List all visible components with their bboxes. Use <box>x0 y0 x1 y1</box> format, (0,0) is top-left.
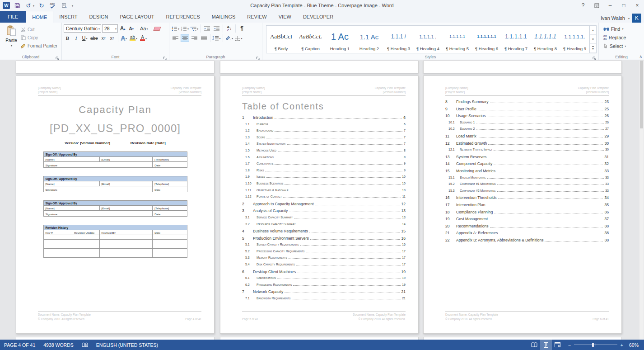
italic-button[interactable]: I <box>72 34 80 42</box>
bold-button[interactable]: B <box>64 34 71 42</box>
toc-entry[interactable]: 18 Compliance Planning 36 <box>445 210 609 217</box>
ribbon-tab[interactable]: HOME <box>26 11 53 23</box>
toc-entry[interactable]: 1.5 Methods Used 8 <box>242 149 406 156</box>
line-spacing-button[interactable]: ▾ <box>212 34 221 42</box>
font-name-combo[interactable]: Century Gothic ▾ <box>64 24 101 33</box>
maximize-icon[interactable]: □ <box>617 0 630 11</box>
redo-icon[interactable]: ↻ <box>37 1 46 9</box>
clear-formatting-button[interactable] <box>153 24 161 33</box>
font-size-dropdown-arrow-icon[interactable]: ▾ <box>114 27 117 30</box>
font-color-button[interactable]: A ▾ <box>139 34 148 42</box>
toc-entry[interactable]: 15.3 Component #2 Monitoring 33 <box>445 189 609 196</box>
user-name[interactable]: Ivan Walsh <box>601 15 625 21</box>
toc-entry[interactable]: 10.1 Scenario 1 26 <box>445 121 609 128</box>
ribbon-tab[interactable]: PAGE LAYOUT <box>114 11 160 23</box>
customize-qat-icon[interactable]: ▾ <box>72 4 73 7</box>
subscript-button[interactable]: x2 <box>100 34 107 42</box>
page-toc-2[interactable]: [Company Name][Project Name] Capacity Pl… <box>423 76 622 334</box>
cut-button[interactable]: Cut <box>21 26 57 33</box>
bullets-button[interactable]: ▾ <box>171 24 180 33</box>
decrease-indent-button[interactable] <box>203 24 211 33</box>
justify-button[interactable] <box>200 34 208 42</box>
font-dialog-launcher-icon[interactable] <box>163 54 168 59</box>
toc-entry[interactable]: 12.1 Network Traffic Impact 30 <box>445 148 609 155</box>
paste-button[interactable]: Paste ▾ <box>2 24 21 53</box>
multilevel-list-button[interactable]: ▾ <box>190 24 199 33</box>
zoom-in-icon[interactable]: + <box>621 342 623 348</box>
style-chip[interactable]: 1.1.1 / ¶ Heading 3 <box>384 26 413 53</box>
toc-entry[interactable]: 1.7 Constraints 9 <box>242 162 406 169</box>
toc-entry[interactable]: 4 Business Volume Requirements 15 <box>242 229 406 236</box>
ribbon-tab[interactable]: DESIGN <box>83 11 114 23</box>
font-name-dropdown-arrow-icon[interactable]: ▾ <box>98 27 100 30</box>
toc-entry[interactable]: 15 Monitoring and Metrics 33 <box>445 169 609 176</box>
avatar[interactable]: K <box>632 14 641 23</box>
toc-entry[interactable]: 1.11 Objectives & Rationale 10 <box>242 189 406 195</box>
change-case-button[interactable]: Aa▾ <box>139 24 149 33</box>
styles-scroll-up-icon[interactable]: ▴ <box>590 26 596 35</box>
style-chip[interactable]: AaBbCcI ¶ Body <box>266 26 296 53</box>
previous-page-bottom[interactable] <box>423 61 622 73</box>
style-chip[interactable]: 1.1.1.1 , ¶ Heading 4 <box>413 26 443 53</box>
copy-button[interactable]: Copy <box>21 34 57 42</box>
close-icon[interactable]: × <box>630 0 644 11</box>
align-center-button[interactable] <box>181 34 189 42</box>
clipboard-dialog-launcher-icon[interactable] <box>56 54 60 59</box>
toc-entry[interactable]: 1.9 Issues 10 <box>242 175 406 182</box>
previous-page-bottom[interactable] <box>220 61 419 73</box>
zoom-out-icon[interactable]: − <box>568 342 571 348</box>
toc-entry[interactable]: 7.1 Bandwidth Requirements 21 <box>242 297 406 303</box>
style-chip[interactable]: 1.1.1.1.1.1 ¶ Heading 6 <box>472 26 501 53</box>
toc-entry[interactable]: 1 Introduction 6 <box>242 115 406 123</box>
print-layout-icon[interactable] <box>540 340 552 350</box>
toc-entry[interactable]: 1.8 Risks 9 <box>242 169 406 175</box>
toc-entry[interactable]: 2 Approach to Capacity Management 12 <box>242 202 406 209</box>
toc-entry[interactable]: 3 Analysis of Capacity 13 <box>242 208 406 216</box>
web-layout-icon[interactable] <box>552 340 564 350</box>
page-cover[interactable]: [Company Name][Project Name] Capacity Pl… <box>16 76 215 334</box>
zoom-percentage[interactable]: 60% <box>628 342 644 348</box>
text-highlight-button[interactable]: ab ▾ <box>129 34 138 42</box>
toc-entry[interactable]: 6.2 Processing Requirements 19 <box>242 283 406 290</box>
ribbon-tab[interactable]: VIEW <box>273 11 297 23</box>
undo-button[interactable]: ↺ ▾ <box>24 1 34 9</box>
toc-entry[interactable]: 15.1 System Monitoring 33 <box>445 176 609 183</box>
style-chip[interactable]: 1.1.1.1.1. ¶ Heading 9 <box>560 26 589 53</box>
toc-entry[interactable]: 3.1 Service Capacity Summary 13 <box>242 216 406 222</box>
toc-entry[interactable]: 11 Load Matrix 29 <box>445 134 609 141</box>
toc-entry[interactable]: 5.1 Server Capacity Requirements 16 <box>242 243 406 250</box>
styles-scroll-down-icon[interactable]: ▾ <box>590 35 596 44</box>
vertical-scrollbar[interactable] <box>639 61 644 340</box>
find-button[interactable]: Find▾ <box>601 25 642 33</box>
help-icon[interactable]: ? <box>576 0 590 11</box>
toc-entry[interactable]: 3.2 Resource Capacity Summary 14 <box>242 222 406 229</box>
undo-dropdown-arrow-icon[interactable]: ▾ <box>33 4 34 7</box>
zoom-slider-thumb[interactable] <box>592 343 594 347</box>
toc-entry[interactable]: 8 Findings Summary 23 <box>445 99 609 107</box>
ribbon-tab[interactable]: DEVELOPER <box>297 11 339 23</box>
strikethrough-button[interactable]: abe <box>89 34 99 42</box>
toc-entry[interactable]: 6 Desktop Client Machines 19 <box>242 270 406 277</box>
ribbon-tab[interactable]: INSERT <box>53 11 83 23</box>
ribbon-tab[interactable]: REVIEW <box>241 11 272 23</box>
minimize-icon[interactable]: – <box>603 0 617 11</box>
toc-entry[interactable]: 13 System Reserves 31 <box>445 155 609 162</box>
proofing-errors-icon[interactable] <box>78 340 92 350</box>
style-chip[interactable]: 1.1 Ac Heading 2 <box>355 26 384 53</box>
paragraph-dialog-launcher-icon[interactable] <box>256 54 261 59</box>
toc-entry[interactable]: 14 Component Capacity 32 <box>445 161 609 169</box>
toc-entry[interactable]: 7 Network Capacity 21 <box>242 289 406 297</box>
format-painter-button[interactable]: Format Painter <box>21 42 57 50</box>
toc-entry[interactable]: 21 Appendix A: References 38 <box>445 231 609 238</box>
toc-entry[interactable]: 15.2 Component #1 Monitoring 33 <box>445 182 609 189</box>
toc-entry[interactable]: 5.4 Disk Capacity Requirements 17 <box>242 263 406 270</box>
edit-document-icon[interactable] <box>60 1 68 9</box>
font-size-combo[interactable]: 28 ▾ <box>102 24 118 33</box>
toc-entry[interactable]: 16 Intervention Thresholds 34 <box>445 195 609 203</box>
paste-dropdown-arrow-icon[interactable]: ▾ <box>11 44 12 47</box>
user-dropdown-arrow-icon[interactable]: ▾ <box>628 17 630 20</box>
increase-indent-button[interactable] <box>212 24 221 33</box>
style-chip[interactable]: 1.1.1.1.1 ¶ Heading 5 <box>443 26 472 53</box>
zoom-slider[interactable] <box>574 345 617 345</box>
page-indicator[interactable]: PAGE 4 OF 41 <box>0 340 39 350</box>
